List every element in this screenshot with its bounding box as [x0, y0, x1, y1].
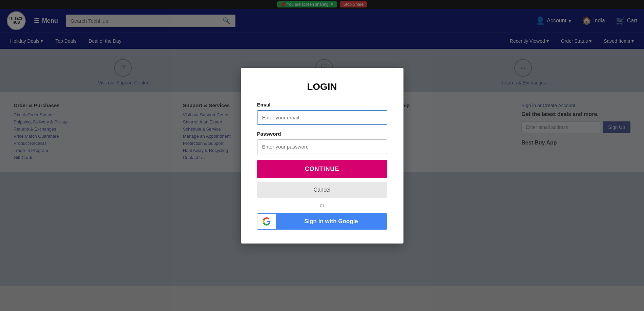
email-input[interactable]: [257, 110, 387, 125]
continue-button[interactable]: CONTINUE: [257, 160, 387, 178]
password-input[interactable]: [257, 139, 387, 154]
google-btn-label: Sign in with Google: [276, 213, 387, 230]
or-divider: or: [257, 202, 387, 208]
login-modal: LOGIN Email Password CONTINUE Cancel or …: [241, 68, 403, 244]
modal-title: LOGIN: [257, 81, 387, 92]
modal-overlay: LOGIN Email Password CONTINUE Cancel or …: [0, 0, 644, 286]
google-icon: [262, 217, 271, 226]
google-icon-box: [257, 214, 276, 229]
email-label: Email: [257, 102, 387, 108]
password-label: Password: [257, 131, 387, 137]
google-signin-button[interactable]: Sign in with Google: [257, 213, 387, 230]
cancel-button[interactable]: Cancel: [257, 182, 387, 198]
